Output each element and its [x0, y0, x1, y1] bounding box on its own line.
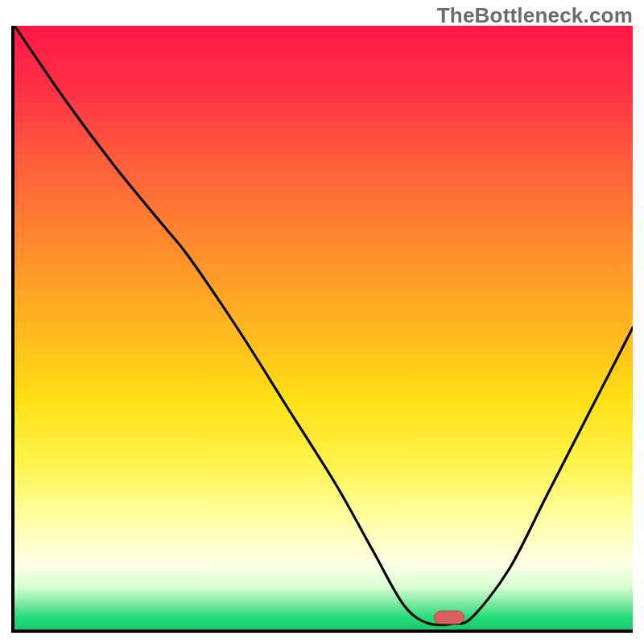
watermark-text: TheBottleneck.com	[437, 3, 633, 28]
bottleneck-curve	[14, 26, 633, 630]
optimal-marker	[434, 611, 464, 625]
plot-area	[11, 26, 633, 633]
chart-frame: TheBottleneck.com	[0, 0, 644, 644]
